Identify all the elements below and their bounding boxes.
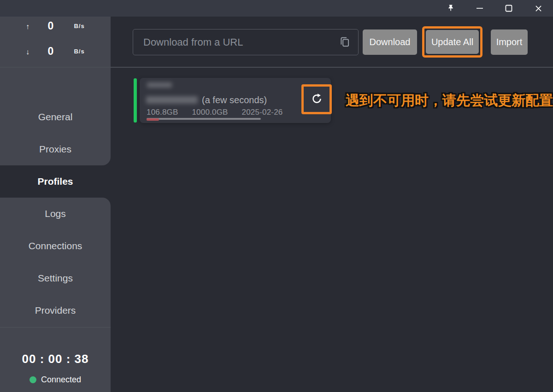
sidebar-item-label: Settings xyxy=(38,273,73,284)
download-arrow-icon: ↓ xyxy=(23,48,32,56)
close-icon xyxy=(535,5,542,12)
minimize-icon xyxy=(476,5,483,12)
import-button[interactable]: Import xyxy=(491,29,528,55)
sidebar-item-logs[interactable]: Logs xyxy=(0,198,111,230)
sidebar-item-settings[interactable]: Settings xyxy=(0,262,111,294)
close-button[interactable] xyxy=(528,0,548,17)
tutorial-annotation-text: 遇到不可用时，请先尝试更新配置 xyxy=(346,91,553,110)
upload-speed-unit: B/s xyxy=(69,23,89,29)
download-speed-value: 0 xyxy=(39,45,63,58)
upload-speed-value: 0 xyxy=(39,20,63,32)
update-all-highlight-box: Update All xyxy=(422,26,482,58)
profile-name-redacted xyxy=(147,82,172,88)
profile-url-redacted xyxy=(146,96,198,104)
sidebar-item-label: Connections xyxy=(29,240,82,252)
expire-date: 2025-02-26 xyxy=(242,108,283,117)
pushpin-icon xyxy=(447,4,455,12)
update-all-button[interactable]: Update All xyxy=(426,30,479,54)
maximize-button[interactable] xyxy=(499,0,519,17)
pin-window-button[interactable] xyxy=(441,0,461,17)
sidebar-item-connections[interactable]: Connections xyxy=(0,230,111,262)
sidebar-item-general[interactable]: General xyxy=(0,101,111,133)
traffic-used: 106.8GB xyxy=(147,108,178,117)
profile-stats: 106.8GB 1000.0GB 2025-02-26 xyxy=(147,108,283,117)
sidebar-item-label: Logs xyxy=(45,208,66,219)
paste-from-clipboard-button[interactable] xyxy=(338,36,351,49)
sidebar-item-label: Providers xyxy=(35,305,76,316)
copy-icon xyxy=(339,36,351,49)
url-input-wrapper xyxy=(133,29,359,55)
profile-updated-ago: (a few seconds) xyxy=(202,95,267,105)
sidebar-item-profiles[interactable]: Profiles xyxy=(0,165,111,198)
sidebar-item-label: Proxies xyxy=(39,144,71,155)
sidebar-item-label: Profiles xyxy=(37,176,73,187)
refresh-highlight-box xyxy=(301,84,332,114)
status-label: Connected xyxy=(41,375,81,385)
uptime-timer: 00 : 00 : 38 xyxy=(0,352,111,366)
url-input[interactable] xyxy=(133,29,359,55)
connection-status: Connected xyxy=(0,374,111,385)
upload-arrow-icon: ↑ xyxy=(23,23,32,31)
status-dot-icon xyxy=(29,376,36,383)
traffic-total: 1000.0GB xyxy=(192,108,228,117)
sidebar-item-providers[interactable]: Providers xyxy=(0,294,111,327)
sidebar-item-proxies[interactable]: Proxies xyxy=(0,133,111,165)
download-button[interactable]: Download xyxy=(363,29,417,55)
download-speed-unit: B/s xyxy=(69,48,89,55)
traffic-progress-track xyxy=(147,118,261,120)
active-profile-indicator xyxy=(134,78,137,123)
maximize-icon xyxy=(505,5,512,12)
traffic-progress-fill xyxy=(147,118,159,121)
toolbar-divider xyxy=(0,67,553,68)
title-bar xyxy=(0,0,553,17)
sidebar-item-label: General xyxy=(38,111,73,123)
minimize-button[interactable] xyxy=(470,0,490,17)
traffic-panel: ↑ 0 B/s ↓ 0 B/s xyxy=(0,17,111,67)
profile-subtitle: (a few seconds) xyxy=(146,94,267,105)
